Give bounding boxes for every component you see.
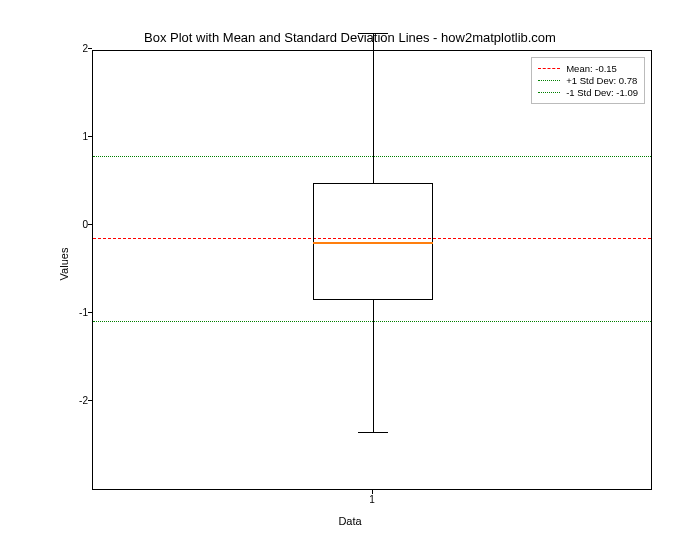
x-tick-label: 1 (369, 494, 375, 505)
upper-whisker (373, 33, 374, 183)
plot-area: Mean: -0.15 +1 Std Dev: 0.78 -1 Std Dev:… (92, 50, 652, 490)
y-axis-label: Values (58, 248, 70, 281)
chart-title: Box Plot with Mean and Standard Deviatio… (0, 30, 700, 45)
y-tick-label: -2 (79, 395, 88, 406)
legend-label-std-minus: -1 Std Dev: -1.09 (566, 87, 638, 98)
legend-swatch-std-minus (538, 92, 560, 93)
x-tick-mark (372, 490, 373, 494)
y-tick-label: -1 (79, 307, 88, 318)
legend-label-std-plus: +1 Std Dev: 0.78 (566, 75, 637, 86)
chart-container: Box Plot with Mean and Standard Deviatio… (0, 0, 700, 560)
legend-swatch-mean (538, 68, 560, 69)
x-axis-label: Data (0, 515, 700, 527)
legend-swatch-std-plus (538, 80, 560, 81)
y-tick-mark (88, 48, 92, 49)
legend-label-mean: Mean: -0.15 (566, 63, 617, 74)
lower-cap (358, 432, 388, 433)
std-plus-line (93, 156, 651, 157)
legend-item-mean: Mean: -0.15 (538, 63, 638, 74)
legend-item-std-plus: +1 Std Dev: 0.78 (538, 75, 638, 86)
median-line (313, 242, 433, 244)
legend: Mean: -0.15 +1 Std Dev: 0.78 -1 Std Dev:… (531, 57, 645, 104)
legend-item-std-minus: -1 Std Dev: -1.09 (538, 87, 638, 98)
std-minus-line (93, 321, 651, 322)
lower-whisker (373, 300, 374, 432)
upper-cap (358, 33, 388, 34)
